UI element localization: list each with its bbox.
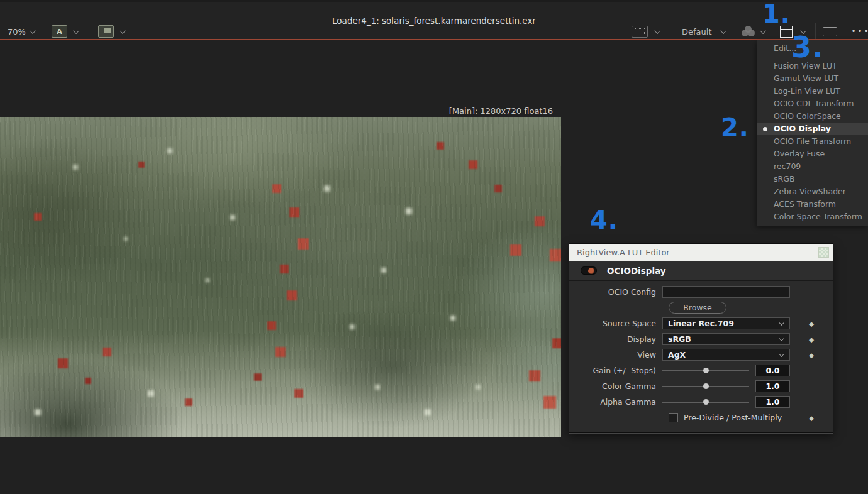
view-modifier-diamond-icon[interactable]: ◆ [809,351,814,359]
browse-row: Browse [569,302,833,314]
chevron-down-icon [30,28,36,34]
dialog-title: RightView.A LUT Editor [577,248,670,257]
lut-menu-item-label: Zebra ViewShader [774,187,846,196]
view-dropdown[interactable]: AgX [662,349,790,361]
subview-dropdown-chevron-icon[interactable] [120,28,126,34]
lut-menu-item-label: sRGB [774,174,794,184]
source-space-row: Source Space Linear Rec.709 ◆ [569,317,833,329]
lut-menu-item[interactable]: OCIO ColorSpace [757,110,868,123]
channel-dropdown-chevron-icon[interactable] [73,28,79,34]
slider-thumb[interactable] [703,368,709,373]
color-dropdown-chevron-icon[interactable] [760,28,766,34]
lut-menu-item[interactable]: OCIO CDL Transform [757,97,868,110]
viewer-layout-button[interactable] [823,27,837,36]
browse-button-label: Browse [683,303,712,312]
node-name-label: OCIODisplay [607,266,666,276]
view-label: View [569,350,662,360]
display-dropdown[interactable]: sRGB [662,333,790,345]
alpha-gamma-value-box[interactable]: 1.0 [755,396,790,408]
viewer-profile-select[interactable]: Default [682,27,712,36]
dialog-pin-icon[interactable] [818,247,829,258]
roi-dotted-rect-icon [635,28,645,35]
toolbar-right-group: Default ••• Inspector [632,23,868,40]
subview-button[interactable] [98,25,114,38]
predivide-label: Pre-Divide / Post-Multiply [684,413,782,422]
annotation-step-1: 1. [762,1,791,26]
gain-slider[interactable] [662,365,749,376]
toolbar-divider [135,23,135,40]
ocio-config-row: OCIO Config [569,286,833,298]
subview-icon [104,28,111,33]
channel-a-button[interactable]: A [52,25,67,38]
color-gamma-slider[interactable] [662,380,749,392]
lut-dropdown-menu: Edit... Fusion View LUT Gamut View LUT L… [757,40,868,226]
annotation-step-4: 4. [590,207,618,233]
render-image[interactable] [0,117,561,437]
node-enable-toggle[interactable] [581,266,597,275]
predivide-modifier-diamond-icon[interactable]: ◆ [809,414,814,422]
lut-menu-item[interactable]: Overlay Fuse [757,148,868,160]
display-value: sRGB [668,334,691,344]
lut-menu-item-label: Gamut View LUT [774,74,838,83]
lut-menu-item[interactable]: Zebra ViewShader [757,185,868,198]
color-gamma-value-box[interactable]: 1.0 [755,380,790,392]
lut-menu-item-label: OCIO File Transform [774,136,851,146]
lut-menu-item[interactable]: Log-Lin View LUT [757,85,868,97]
slider-thumb[interactable] [703,399,709,405]
predivide-checkbox[interactable] [669,413,678,422]
lut-editor-body: OCIO Config Browse Source Space Linear R… [569,281,833,432]
source-space-value: Linear Rec.709 [668,319,734,328]
node-header-row: OCIODisplay [569,261,833,281]
lut-menu-item-label: OCIO CDL Transform [774,99,854,108]
selected-bullet-icon [763,127,767,131]
alpha-gamma-slider[interactable] [662,396,749,408]
display-row: Display sRGB ◆ [569,333,833,345]
profile-dropdown-chevron-icon[interactable] [720,28,726,34]
slider-thumb[interactable] [703,383,709,389]
lut-menu-item-label: ACES Transform [774,199,836,209]
toolbar-divider [845,23,845,40]
zoom-level-select[interactable]: 70% [0,27,45,36]
lut-menu-item-label: Overlay Fuse [774,149,825,158]
source-space-dropdown[interactable]: Linear Rec.709 [662,317,790,329]
view-row: View AgX ◆ [569,349,833,361]
alpha-gamma-row: Alpha Gamma 1.0 [569,396,833,408]
lut-menu-item-label: OCIO Display [774,124,831,133]
viewer-toolbar: Loader4_1: solaris_forest.karmarenderset… [0,0,868,40]
annotation-step-2: 2. [721,115,749,140]
chevron-down-icon [779,351,784,356]
browse-button[interactable]: Browse [669,302,726,314]
lut-menu-item[interactable]: ACES Transform [757,198,868,211]
roi-button[interactable] [632,26,648,38]
view-value: AgX [668,350,686,360]
lut-menu-item[interactable]: rec709 [757,160,868,173]
lut-menu-item-label: Log-Lin View LUT [774,86,840,96]
lut-menu-list: Fusion View LUT Gamut View LUT Log-Lin V… [757,60,868,223]
dialog-titlebar[interactable]: RightView.A LUT Editor [569,244,833,261]
ocio-config-input[interactable] [662,286,790,298]
color-gamma-row: Color Gamma 1.0 [569,380,833,392]
lut-menu-item[interactable]: OCIO File Transform [757,135,868,148]
lut-editor-dialog: RightView.A LUT Editor OCIODisplay OCIO … [569,243,833,433]
display-modifier-diamond-icon[interactable]: ◆ [809,336,814,343]
gain-value-box[interactable]: 0.0 [755,365,790,376]
color-gamma-label: Color Gamma [569,381,662,391]
roi-dropdown-chevron-icon[interactable] [654,28,660,34]
display-label: Display [569,334,662,344]
gain-row: Gain (+/- Stops) 0.0 [569,365,833,376]
source-space-modifier-diamond-icon[interactable]: ◆ [809,320,814,327]
channel-a-label: A [57,28,62,36]
lut-menu-item-label: OCIO ColorSpace [774,111,841,121]
alpha-gamma-label: Alpha Gamma [569,397,662,407]
color-controls-button[interactable] [742,26,755,37]
lut-menu-item[interactable]: sRGB [757,173,868,185]
more-options-button[interactable]: ••• [852,27,868,36]
source-space-label: Source Space [569,319,662,328]
toggle-knob-icon [588,268,594,274]
toolbar-divider [45,23,45,40]
lut-menu-item-label: rec709 [774,162,801,171]
lut-menu-item[interactable]: Color Space Transform [757,211,868,223]
lut-menu-item[interactable]: Gamut View LUT [757,72,868,85]
lut-menu-item[interactable]: OCIO Display [757,123,868,135]
gain-label: Gain (+/- Stops) [569,366,662,375]
